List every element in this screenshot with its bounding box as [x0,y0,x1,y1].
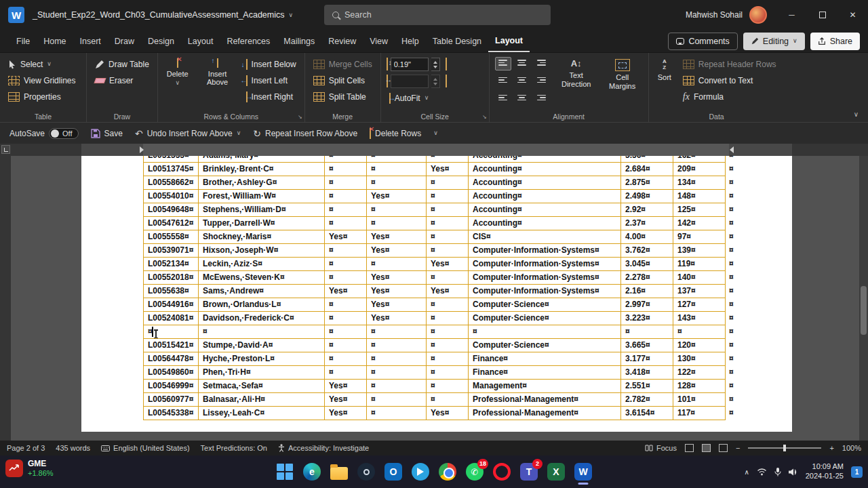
table-cell[interactable]: ¤ [427,380,469,393]
table-cell[interactable]: Computer·Information·Systems¤ [469,258,621,271]
table-cell[interactable]: Adams,·Mary¤ [199,156,325,163]
table-cell[interactable]: ¤ [367,366,427,380]
table-cell[interactable]: Professional·Management¤ [469,393,621,407]
table-cell[interactable]: Computer·Science¤ [469,312,621,325]
table-cell[interactable]: Yes¤ [367,190,427,203]
text-direction-button[interactable]: A↕ Text Direction [556,57,597,110]
table-cell[interactable]: ¤ [427,325,469,339]
table-cell[interactable]: Yes¤ [427,285,469,298]
table-cell[interactable]: 3.56¤ [621,156,673,163]
focus-button[interactable]: Focus [645,444,677,452]
table-cell[interactable]: 137¤ [673,285,726,298]
table-cell[interactable]: L00513745¤ [143,163,199,176]
table-cell[interactable]: ¤ [427,339,469,352]
delete-button[interactable]: ✕ Delete ∨ [163,57,192,110]
table-cell[interactable]: L00515421¤ [143,339,199,352]
table-cell[interactable]: 2.92¤ [621,203,673,217]
table-cell[interactable]: Yes¤ [367,312,427,325]
opera-icon[interactable] [488,458,515,485]
column-width-stepper[interactable] [431,75,440,88]
zoom-slider[interactable] [748,447,821,449]
table-cell[interactable]: Yes¤ [427,407,469,420]
word-count[interactable]: 435 words [56,444,90,452]
scrollbar-thumb[interactable] [861,286,867,335]
minimize-button[interactable]: ─ [776,0,807,30]
table-cell[interactable]: Hixson,·Joseph·W¤ [199,244,325,258]
table-cell[interactable]: 2.278¤ [621,271,673,285]
table-cell[interactable]: L0051355¤ [143,156,199,163]
table-cell[interactable]: Yes¤ [325,380,367,393]
table-cell[interactable]: 3.223¤ [621,312,673,325]
table-cell[interactable]: McEwens,·Steven·K¤ [199,271,325,285]
table-cell[interactable]: 148¤ [673,190,726,203]
merge-cells-button[interactable]: Merge Cells [311,57,375,71]
table-cell[interactable]: 97¤ [673,230,726,244]
table-cell[interactable]: Yes¤ [325,407,367,420]
teams-icon[interactable]: T2 [515,458,542,485]
table-cell[interactable]: ¤ [367,163,427,176]
view-gridlines-button[interactable]: View Gridlines [5,73,78,87]
select-button[interactable]: Select ∨ [5,57,78,71]
table-cell[interactable]: Setmaca,·Sefa¤ [199,380,325,393]
table-cell[interactable]: ¤ [325,298,367,312]
document-title[interactable]: _Student_Exp22_Word_Ch03_CumulativeAsses… [33,10,293,20]
table-cell[interactable]: Accounting¤ [469,190,621,203]
table-cell[interactable]: 2.684¤ [621,163,673,176]
table-cell[interactable]: ¤ [427,312,469,325]
page-indicator[interactable]: Page 2 of 3 [7,444,45,452]
table-cell[interactable]: ¤ [367,352,427,366]
table-cell[interactable]: L00560977¤ [143,393,199,407]
search-box[interactable]: Search [324,5,551,25]
table-cell[interactable]: Computer·Information·Systems¤ [469,271,621,285]
table-cell[interactable]: L00545338¤ [143,407,199,420]
table-cell[interactable]: ¤ [325,163,367,176]
align-center-button[interactable] [514,73,530,87]
share-button[interactable]: Share [810,33,860,50]
table-cell[interactable]: Accounting¤ [469,176,621,190]
table-cell[interactable]: Yes¤ [427,258,469,271]
table-cell[interactable]: 2.498¤ [621,190,673,203]
table-cell[interactable]: 3.762¤ [621,244,673,258]
repeat-header-rows-button[interactable]: Repeat Header Rows [680,57,779,71]
table-cell[interactable]: ¤ [621,325,673,339]
insert-right-button[interactable]: → Insert Right [243,89,299,104]
table-cell[interactable]: Hyche,·Preston·L¤ [199,352,325,366]
table-cell[interactable]: ¤ [427,298,469,312]
tab-layout[interactable]: Layout [488,30,530,52]
table-cell[interactable]: Brinkley,·Brent·C¤ [199,163,325,176]
print-layout-button[interactable] [702,444,711,452]
table-cell[interactable]: 125¤ [673,203,726,217]
avatar[interactable] [749,6,767,24]
dialog-launcher-icon[interactable]: ↘ [482,114,487,120]
table-cell[interactable]: ¤ [325,312,367,325]
table-cell[interactable]: L00552018¤ [143,271,199,285]
table-cell[interactable]: Yes¤ [367,298,427,312]
autofit-button[interactable]: ↔ AutoFit ∨ [387,91,447,105]
align-bottom-left-button[interactable] [495,89,511,103]
user-name[interactable]: Mahwish Sohail [686,10,743,20]
table-cell[interactable]: Computer·Information·Systems¤ [469,285,621,298]
zoom-slider-thumb[interactable] [783,445,786,451]
table-cell[interactable]: L00549648¤ [143,203,199,217]
distribute-columns-icon[interactable] [446,75,447,87]
outlook-icon[interactable]: O [380,458,407,485]
row-height-stepper[interactable] [431,58,440,71]
table-cell[interactable]: Yes¤ [325,230,367,244]
maximize-button[interactable] [807,0,837,30]
table-cell[interactable]: Balnasar,·Ali·H¤ [199,393,325,407]
tab-review[interactable]: Review [321,30,363,52]
table-cell[interactable]: ¤ [367,156,427,163]
table-cell[interactable]: ¤ [325,271,367,285]
table-cell[interactable]: ¤ [325,339,367,352]
table-cell[interactable]: L00539071¤ [143,244,199,258]
table-cell[interactable]: L0055558¤ [143,230,199,244]
tray-overflow-icon[interactable]: ∧ [744,468,749,476]
split-table-button[interactable]: Split Table [311,89,375,104]
table-cell[interactable]: ¤ [325,217,367,230]
toolbar-overflow-icon[interactable]: ∨ [433,130,438,136]
table-cell[interactable]: ¤ [367,217,427,230]
network-icon[interactable] [757,468,767,476]
table-cell[interactable]: L00524081¤ [143,312,199,325]
table-cell[interactable]: Accounting¤ [469,163,621,176]
table-cell[interactable]: ¤ [673,325,726,339]
